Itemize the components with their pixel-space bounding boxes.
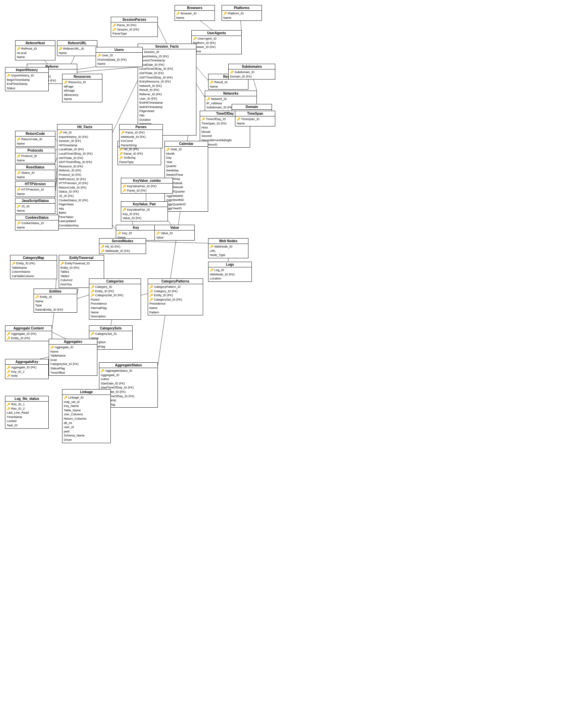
table-field: Value — [156, 236, 193, 240]
table-body-keyvalue-pair: 🔑 KeyValuePair_IDKey_ID (FK)Value_ID (FK… — [121, 207, 168, 221]
table-field: StartDate_ID (FK) — [101, 381, 156, 386]
table-header-linkage: Linkage — [62, 389, 110, 395]
table-field: Hits — [139, 113, 195, 118]
table-field: Value_ID (FK) — [123, 216, 166, 220]
table-field: Browser_ID (FK) — [193, 45, 240, 49]
table-field: 🔑 WebNode_ID — [210, 245, 247, 249]
table-field: WebNode_ID (FK) — [121, 135, 161, 139]
table-body-hit-facts: 🔑 Hit_IDImportHistory_ID (FK)Session_ID … — [57, 130, 112, 228]
table-field: 🔑 CookieStatus_ID — [17, 221, 57, 225]
table-field: AggrYearID — [166, 206, 206, 211]
table-field: TableName — [50, 354, 96, 358]
table-field: pwd — [64, 429, 109, 434]
table-field: 🔑 Entity_ID (FK) — [91, 289, 139, 294]
table-body-servednodes: 🔑 Hit_ID (FK)🔑 WebNode_ID (FK) — [99, 244, 146, 254]
table-field: Precedence — [91, 302, 139, 306]
table-field: 🔑 Date_ID — [166, 147, 206, 152]
table-header-categorysets: CategorySets — [89, 326, 132, 331]
table-field: Name — [17, 209, 54, 213]
table-header-log-file-status: Log_file_status — [5, 396, 48, 402]
table-field: Year — [166, 160, 206, 164]
table-header-timespan: TimeSpan — [235, 111, 275, 116]
table-field: TimeTaken — [59, 215, 111, 219]
table-header-useragents: UserAgents — [192, 31, 241, 36]
table-protocols: Protocols🔑 Protocol_IDName — [15, 148, 55, 163]
table-body-subdomains: 🔑 Subdomain_IDDomain_ID (FK) — [229, 69, 275, 79]
table-platforms: Platforms🔑 Platform_IDName — [222, 5, 262, 21]
table-field: Pattern — [149, 310, 201, 315]
table-field: Return_Columns — [64, 417, 109, 421]
table-field: SessionTimestamp — [139, 58, 195, 63]
table-field: Name — [59, 51, 96, 55]
table-field: Name — [50, 350, 96, 354]
table-header-refererhost: RefererHost — [15, 41, 55, 46]
table-field: 🔑 Log_ID — [210, 268, 250, 272]
table-servednodes: ServedNodes🔑 Hit_ID (FK)🔑 WebNode_ID (FK… — [99, 238, 146, 254]
table-keyvalue-pair: KeyValue_Pair🔑 KeyValuePair_IDKey_ID (FK… — [121, 201, 168, 221]
table-hit-facts: Hit_Facts🔑 Hit_IDImportHistory_ID (FK)Se… — [57, 124, 112, 229]
table-field: JS_ID (FK) — [59, 194, 111, 198]
table-field: ImportHistory_ID (FK) — [59, 135, 111, 139]
table-field: HTTPVersion_ID (FK) — [59, 181, 111, 186]
table-body-returncode: 🔑 ReturnCode_IDName — [15, 137, 55, 146]
table-body-protocols: 🔑 Protocol_IDName — [15, 153, 55, 163]
table-field: 🔑 Network_ID — [206, 97, 255, 101]
table-field: 🔑 Parse_ID (FK) — [121, 131, 161, 135]
table-field: Name — [17, 142, 54, 146]
table-field: Name — [149, 306, 201, 310]
table-field: 🔑 Aggregate_ID — [50, 345, 96, 350]
table-body-javascriptstatus: 🔑 JS_IDName — [15, 204, 55, 213]
svg-line-9 — [196, 67, 208, 81]
table-field: Table1 — [60, 270, 102, 274]
table-categories: Categories🔑 Category_ID🔑 Entity_ID (FK)🔑… — [89, 278, 141, 320]
table-field: Node_Type — [210, 253, 247, 257]
table-header-subdomains: Subdomains — [229, 64, 275, 69]
table-field: Weekday — [166, 168, 206, 173]
table-body-categorymap: 🔑 Entity_ID (FK)TableNameColumnNameCatTa… — [10, 261, 57, 279]
table-header-categorypatterns: CategoryPatterns — [148, 279, 203, 284]
table-field: 🔑 RefHost_ID — [17, 47, 54, 51]
table-field: ParseString — [121, 143, 161, 148]
table-field: Platform_ID (FK) — [193, 41, 240, 45]
table-field: Name — [17, 192, 54, 196]
table-body-entities: 🔑 Entity_IDNameTypeParentEntity_ID (FK) — [34, 294, 77, 312]
table-field: Status_ID (FK) — [59, 190, 111, 194]
table-field: Type — [35, 303, 76, 308]
table-field: Name — [17, 158, 54, 163]
table-header-logs: Logs — [208, 262, 251, 267]
table-field: 🔑 CategorySet_ID — [91, 332, 131, 336]
table-field: EntryResource_ID (FK) — [139, 80, 195, 84]
table-body-browsers: 🔑 Browser_IDName — [175, 11, 215, 20]
table-field: 🔑 Hit_ID — [59, 131, 111, 135]
table-field: Name — [17, 175, 54, 179]
table-header-session-facts: Session_Facts — [138, 44, 196, 49]
table-field: EndTimeStamp — [7, 82, 47, 86]
table-refererhost: RefererHost🔑 RefHost_IDIsLocalName — [15, 40, 55, 60]
table-field: WebNode_ID (FK) — [210, 272, 250, 277]
table-categorypatterns: CategoryPatterns🔑 CategoryPattern_ID🔑 Ca… — [148, 278, 203, 315]
table-header-javascriptstatus: JavaScriptStatus — [15, 198, 55, 204]
table-body-log-file-status: 🔑 Res_ID_1🔑 Res_ID_2Last_Line_ReadTimeSt… — [5, 402, 48, 428]
table-field: Network_ID (FK) — [139, 84, 195, 88]
table-field: 🔑 AggregateStatus_ID — [101, 369, 156, 373]
table-entities: Entities🔑 Entity_IDNameTypeParentEntity_… — [34, 289, 77, 313]
table-field: TimeOffset — [50, 371, 96, 375]
table-field: AggrHourID — [201, 143, 248, 147]
table-timespan: TimeSpan🔑 TimeSpan_IDName — [235, 111, 275, 126]
table-field: Minute — [201, 130, 248, 134]
table-field: User_ID (FK) — [139, 97, 195, 101]
table-field: lastHitTimestamp — [139, 105, 195, 109]
table-field: 🔑 Res_ID_1 — [7, 402, 47, 407]
table-field: Name — [17, 225, 57, 230]
table-field: IdPage — [64, 85, 101, 89]
table-field: Name — [91, 310, 139, 315]
table-field: Hits — [59, 207, 111, 211]
table-field: map_set_id — [64, 400, 109, 404]
table-header-categories: Categories — [89, 279, 141, 284]
table-users: Users🔑 User_IDFirstVisitDate_ID (FK)Name — [96, 47, 143, 67]
table-field: Key_ID (FK) — [123, 212, 166, 216]
table-field: 🔑 Entity_ID (FK) — [12, 261, 55, 266]
table-refererurl: RefererURL🔑 RefererURL_IDName — [57, 40, 97, 56]
table-sessionparses: SessionParses🔑 Parse_ID (FK)🔑 Session_ID… — [111, 17, 158, 37]
table-field: CookieStatus_ID (FK) — [59, 198, 111, 203]
